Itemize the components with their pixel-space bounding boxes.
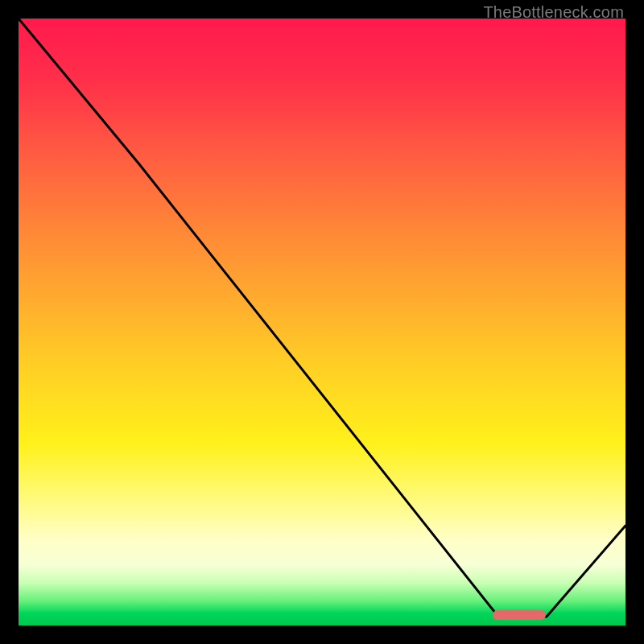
bottleneck-curve (19, 19, 625, 625)
plot-area (19, 19, 625, 625)
curve-path (19, 19, 625, 617)
optimal-range-marker (493, 610, 546, 620)
chart-frame: TheBottleneck.com (0, 0, 644, 644)
